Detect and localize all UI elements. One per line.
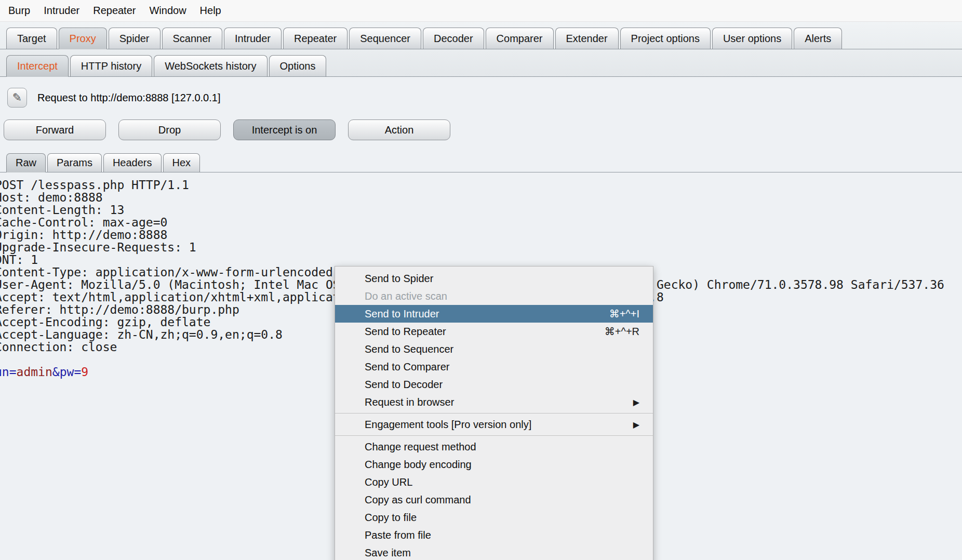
tab-raw[interactable]: Raw (6, 153, 46, 172)
window-chrome: TargetProxySpiderScannerIntruderRepeater… (0, 22, 962, 77)
request-body-token: un (0, 365, 9, 379)
tab-hex[interactable]: Hex (163, 153, 201, 172)
action-button[interactable]: Action (348, 119, 450, 140)
tab-websockets-history[interactable]: WebSockets history (154, 55, 267, 77)
context-menu-item-copy-url[interactable]: Copy URL (335, 473, 653, 491)
tab-headers[interactable]: Headers (103, 153, 162, 172)
tab-intruder[interactable]: Intruder (224, 28, 282, 49)
tab-options[interactable]: Options (269, 55, 327, 77)
context-menu-item-label: Request in browser (365, 396, 454, 408)
request-header-line: POST /lesspass.php HTTP/1.1 (0, 179, 962, 191)
context-menu-item-copy-to-file[interactable]: Copy to file (335, 509, 653, 526)
request-header-line: DNT: 1 (0, 254, 962, 266)
drop-button[interactable]: Drop (118, 119, 221, 140)
context-menu-item-label: Send to Decoder (365, 379, 443, 391)
context-menu-item-label: Copy to file (365, 512, 417, 524)
context-menu-item-label: Send to Spider (365, 273, 433, 285)
tab-project-options[interactable]: Project options (620, 28, 711, 49)
request-body-token: & (52, 365, 60, 379)
main-tab-strip: TargetProxySpiderScannerIntruderRepeater… (0, 22, 962, 49)
context-menu-item-send-to-decoder[interactable]: Send to Decoder (335, 376, 653, 393)
context-menu-item-change-request-method[interactable]: Change request method (335, 438, 653, 456)
request-header-line: Host: demo:8888 (0, 191, 962, 204)
submenu-arrow-icon: ▶ (633, 397, 639, 407)
context-menu-item-engagement-tools-pro-version-only[interactable]: Engagement tools [Pro version only]▶ (335, 416, 653, 433)
tab-scanner[interactable]: Scanner (162, 28, 223, 49)
request-body-token: 9 (81, 365, 88, 379)
request-header-line: Content-Length: 13 (0, 204, 962, 216)
context-menu-item-label: Send to Intruder (365, 308, 439, 320)
pencil-icon: ✎ (12, 91, 22, 104)
menu-separator (335, 435, 653, 436)
request-header-line: Upgrade-Insecure-Requests: 1 (0, 241, 962, 254)
context-menu-item-change-body-encoding[interactable]: Change body encoding (335, 456, 653, 473)
context-menu-item-send-to-intruder[interactable]: Send to Intruder⌘+^+I (335, 305, 653, 323)
context-menu-item-copy-as-curl-command[interactable]: Copy as curl command (335, 491, 653, 509)
context-menu-item-do-an-active-scan: Do an active scan (335, 287, 653, 305)
context-menu-item-label: Change body encoding (365, 459, 472, 471)
tab-decoder[interactable]: Decoder (423, 28, 484, 49)
request-body-token: = (74, 365, 81, 379)
tab-alerts[interactable]: Alerts (794, 28, 842, 49)
submenu-arrow-icon: ▶ (633, 420, 639, 430)
request-header-line: Origin: http://demo:8888 (0, 229, 962, 241)
context-menu-item-request-in-browser[interactable]: Request in browser▶ (335, 393, 653, 411)
context-menu-item-label: Save item (365, 547, 411, 559)
menubar-item-burp[interactable]: Burp (8, 5, 30, 17)
context-menu-item-paste-from-file[interactable]: Paste from file (335, 526, 653, 544)
tab-sequencer[interactable]: Sequencer (349, 28, 421, 49)
request-body-token: admin (17, 365, 52, 379)
request-banner: ✎ Request to http://demo:8888 [127.0.0.1… (0, 77, 962, 110)
menubar-item-help[interactable]: Help (200, 5, 221, 17)
menubar-item-intruder[interactable]: Intruder (44, 5, 79, 17)
context-menu: Send to SpiderDo an active scanSend to I… (335, 266, 653, 560)
intercept-button-row: ForwardDropIntercept is onAction (0, 119, 962, 140)
context-menu-item-send-to-sequencer[interactable]: Send to Sequencer (335, 340, 653, 358)
menu-separator (335, 413, 653, 414)
request-header-line: Cache-Control: max-age=0 (0, 216, 962, 229)
context-menu-item-send-to-comparer[interactable]: Send to Comparer (335, 358, 653, 376)
view-tab-strip: RawParamsHeadersHex (0, 140, 962, 172)
sub-tab-strip: InterceptHTTP historyWebSockets historyO… (0, 49, 962, 77)
tab-extender[interactable]: Extender (555, 28, 619, 49)
context-menu-item-label: Copy as curl command (365, 494, 471, 506)
context-menu-item-label: Do an active scan (365, 290, 447, 302)
intercept-is-on-button[interactable]: Intercept is on (233, 119, 336, 140)
menubar-item-repeater[interactable]: Repeater (93, 5, 136, 17)
context-menu-item-label: Send to Comparer (365, 361, 449, 373)
forward-button[interactable]: Forward (4, 119, 106, 140)
edit-request-button[interactable]: ✎ (7, 88, 27, 108)
request-body-token: pw (60, 365, 74, 379)
context-menu-item-label: Change request method (365, 441, 476, 453)
request-body-token: = (9, 365, 17, 379)
menubar-item-window[interactable]: Window (149, 5, 186, 17)
tab-spider[interactable]: Spider (109, 28, 161, 49)
request-banner-title: Request to http://demo:8888 [127.0.0.1] (37, 92, 220, 104)
shortcut-label: ⌘+^+R (605, 325, 639, 338)
tab-repeater[interactable]: Repeater (283, 28, 348, 49)
menu-bar: BurpIntruderRepeaterWindowHelp (0, 0, 962, 22)
tab-intercept[interactable]: Intercept (6, 55, 69, 77)
context-menu-item-label: Paste from file (365, 529, 431, 541)
tab-params[interactable]: Params (47, 153, 102, 172)
tab-target[interactable]: Target (6, 28, 57, 49)
context-menu-item-send-to-spider[interactable]: Send to Spider (335, 270, 653, 287)
context-menu-item-label: Send to Sequencer (365, 343, 453, 355)
context-menu-item-send-to-repeater[interactable]: Send to Repeater⌘+^+R (335, 323, 653, 340)
context-menu-item-label: Copy URL (365, 476, 412, 488)
tab-http-history[interactable]: HTTP history (70, 55, 152, 77)
tab-comparer[interactable]: Comparer (486, 28, 554, 49)
context-menu-item-label: Send to Repeater (365, 326, 446, 338)
context-menu-item-save-item[interactable]: Save item (335, 544, 653, 560)
shortcut-label: ⌘+^+I (609, 308, 639, 320)
tab-proxy[interactable]: Proxy (59, 28, 107, 49)
tab-user-options[interactable]: User options (712, 28, 792, 49)
context-menu-item-label: Engagement tools [Pro version only] (365, 419, 531, 431)
